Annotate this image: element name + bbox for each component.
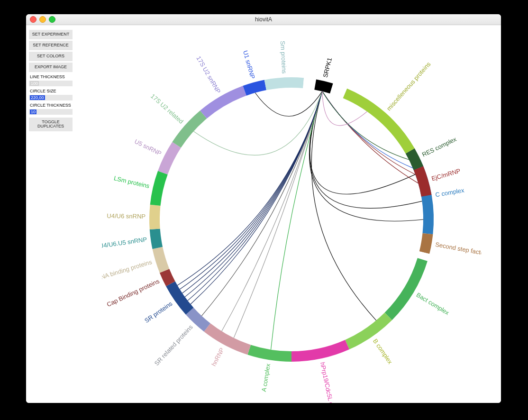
arc-label-hprp19: hPrp19/Cdc5L complex [319, 361, 339, 403]
toggle-duplicates-button[interactable]: TOGGLE DUPLICATES [29, 118, 73, 132]
link-sr_related [201, 91, 322, 316]
arc-bact[interactable] [385, 258, 428, 320]
arc-rna_binding[interactable] [153, 247, 170, 273]
circle-thickness-value: 10 [30, 110, 36, 114]
link-hnrnp [222, 91, 322, 331]
arc-label-u4u6: U4/U6 snRNP [107, 212, 146, 220]
link-a_complex [271, 91, 322, 350]
arc-label-u4u6u5: U4/U6.U5 snRNP [102, 236, 147, 249]
arc-label-bact: Bact complex [415, 291, 451, 316]
link-sr_proteins [191, 91, 322, 304]
set-experiment-button[interactable]: SET EXPERIMENT [29, 30, 73, 39]
arc-label-a_complex: A complex [260, 363, 272, 392]
arc-srpk1[interactable] [314, 80, 333, 94]
arc-label-hnrnp: hnRNP [210, 347, 226, 367]
arc-label-rna_binding: RNA binding proteins [102, 258, 153, 282]
arc-label-b_complex: B complex [372, 338, 394, 365]
link-sr_proteins [188, 91, 322, 301]
arc-second_step[interactable] [419, 233, 433, 254]
arc-gap2[interactable] [303, 78, 316, 90]
arc-label-srpk1: SRPK1 [322, 57, 334, 78]
link-sr_proteins [182, 91, 322, 293]
arc-label-cap_binding: Cap Binding proteins [106, 277, 161, 308]
arc-u4u6u5[interactable] [150, 228, 163, 249]
arc-label-ejc: EjC/mRNP [431, 167, 462, 183]
arc-hprp19[interactable] [291, 340, 349, 362]
arc-lsm[interactable] [150, 171, 168, 206]
chord-chart: C complexSecond step factorsBact complex… [102, 30, 481, 403]
arc-label-second_step: Second step factors [435, 241, 481, 257]
link-sr_proteins [185, 91, 322, 297]
window-title: hiovitA [26, 16, 501, 23]
export-image-button[interactable]: EXPORT IMAGE [29, 63, 73, 72]
titlebar[interactable]: hiovitA [26, 14, 501, 25]
arc-a_complex[interactable] [247, 345, 291, 362]
arc-u4u6[interactable] [149, 205, 161, 229]
arc-label-u1: U1 snRNP [242, 50, 256, 80]
arc-label-u2_snrnp: 17S U2 snRNP [195, 55, 222, 95]
link-b_complex [311, 91, 376, 320]
line-thickness-slider[interactable]: 100 [29, 81, 73, 86]
arc-b_complex[interactable] [345, 313, 392, 349]
arc-ejc[interactable] [414, 166, 432, 197]
circle-size-label: CIRCLE SIZE [29, 88, 73, 93]
arc-label-c_complex: C complex [435, 187, 465, 199]
arc-label-misc: miscelleneous proteins [385, 60, 432, 112]
app-window: hiovitA SET EXPERIMENT SET REFERENCE SET… [26, 14, 501, 403]
arc-label-sr_related: SR related proteins [153, 323, 194, 367]
link-hnrnp [234, 91, 322, 338]
circle-thickness-label: CIRCLE THICKNESS [29, 102, 73, 108]
arc-sm[interactable] [264, 77, 304, 90]
arc-label-sr_proteins: SR proteins [143, 300, 174, 324]
arc-hnrnp[interactable] [204, 323, 251, 355]
line-thickness-label: LINE THICKNESS [29, 73, 73, 79]
line-thickness-value: 100 [30, 81, 39, 86]
circle-size-slider[interactable]: 220,00 [29, 95, 73, 100]
set-reference-button[interactable]: SET REFERENCE [29, 41, 73, 50]
arc-u2_snrnp[interactable] [200, 86, 246, 119]
content-area: SET EXPERIMENT SET REFERENCE SET COLORS … [26, 25, 501, 403]
arc-label-lsm: LSm proteins [113, 174, 150, 190]
link-u1 [255, 91, 322, 117]
sidebar: SET EXPERIMENT SET REFERENCE SET COLORS … [29, 30, 73, 131]
circle-size-value: 220,00 [30, 95, 45, 100]
arc-sr_proteins[interactable] [166, 282, 193, 315]
arc-label-u5: U5 snRNP [134, 138, 163, 157]
arc-u1[interactable] [243, 80, 266, 96]
circle-thickness-slider[interactable]: 10 [29, 109, 73, 115]
set-colors-button[interactable]: SET COLORS [29, 52, 73, 61]
arc-label-sm: Sm proteins [279, 41, 288, 74]
arc-u5[interactable] [158, 142, 181, 174]
arc-label-res: RES complex [421, 136, 458, 158]
arc-label-u2_related: 17S U2 related [149, 92, 185, 125]
